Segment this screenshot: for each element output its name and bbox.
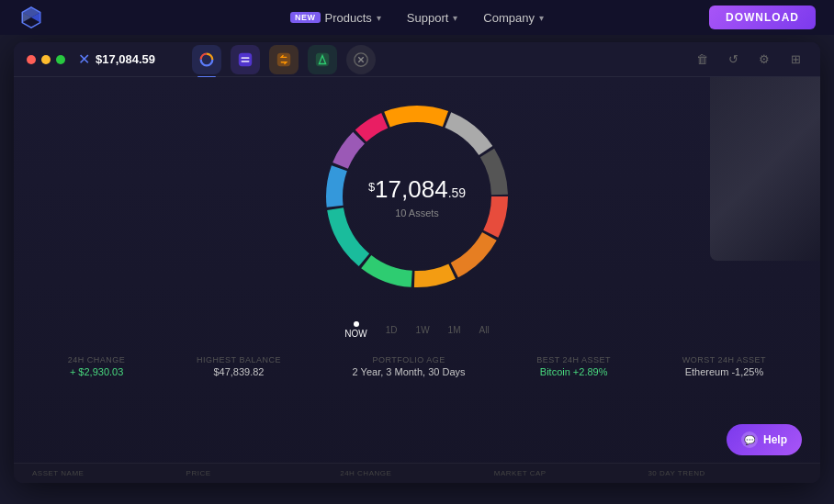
portfolio-balance: $17,084.59 <box>96 52 155 66</box>
tool-icons: 🗑 ↺ ⚙ ⊞ <box>690 48 807 72</box>
company-chevron-icon: ▾ <box>539 13 544 23</box>
help-button[interactable]: 💬 Help <box>727 424 802 455</box>
amount-main: 17,084 <box>375 175 448 203</box>
th-market-cap: MARKET CAP <box>494 469 648 477</box>
time-now[interactable]: NOW <box>344 321 366 339</box>
portfolio-amount: $17,084.59 <box>368 175 466 204</box>
stat-portfolio-age: Portfolio Age 2 Year, 3 Month, 30 Days <box>353 355 466 377</box>
time-now-label: NOW <box>344 329 366 339</box>
stat-24h-change-label: 24h Change <box>68 355 126 364</box>
stat-portfolio-age-label: Portfolio Age <box>353 355 466 364</box>
time-all[interactable]: All <box>479 325 490 335</box>
nav-support-label: Support <box>407 11 449 25</box>
stat-24h-change-value: + $2,930.03 <box>68 366 126 377</box>
close-icon[interactable] <box>27 55 36 64</box>
tab-staking[interactable] <box>308 45 337 74</box>
tab-exchange[interactable] <box>231 45 260 74</box>
traffic-lights <box>27 55 65 64</box>
grid-icon[interactable]: ⊞ <box>783 48 807 72</box>
amount-decimal: .59 <box>448 185 466 200</box>
new-badge: NEW <box>290 12 321 23</box>
assets-count: 10 Assets <box>368 207 466 218</box>
stat-best-asset: Best 24H Asset Bitcoin +2.89% <box>536 355 611 377</box>
tab-portfolio[interactable] <box>192 45 221 74</box>
maximize-icon[interactable] <box>56 55 65 64</box>
navbar: NEW Products ▾ Support ▾ Company ▾ DOWNL… <box>0 0 834 35</box>
time-selector: NOW 1D 1W 1M All <box>344 321 489 339</box>
th-asset-name: ASSET NAME <box>32 469 186 477</box>
minimize-icon[interactable] <box>41 55 51 64</box>
stat-highest-balance-label: Highest Balance <box>197 355 281 364</box>
svg-rect-5 <box>242 60 250 62</box>
svg-rect-3 <box>239 52 252 65</box>
nav-company[interactable]: Company ▾ <box>474 7 553 28</box>
donut-center: $17,084.59 10 Assets <box>368 175 466 218</box>
th-price: PRICE <box>186 469 341 477</box>
svg-rect-6 <box>277 52 290 65</box>
app-logo-icon: ✕ <box>78 50 90 68</box>
chat-icon: 💬 <box>741 431 758 448</box>
nav-support[interactable]: Support ▾ <box>398 7 468 28</box>
background-decoration <box>710 77 820 261</box>
donut-chart: $17,084.59 10 Assets <box>307 86 527 307</box>
stat-highest-balance: Highest Balance $47,839.82 <box>197 355 281 377</box>
history-icon[interactable]: ↺ <box>721 48 745 72</box>
help-label: Help <box>763 433 787 446</box>
nav-company-label: Company <box>483 11 535 25</box>
main-content: $17,084.59 10 Assets NOW 1D 1W 1M All 2 <box>14 77 820 483</box>
time-dot-icon <box>354 321 359 327</box>
stat-best-asset-label: Best 24H Asset <box>536 355 611 364</box>
stat-worst-asset: Worst 24H Asset Ethereum -1,25% <box>682 355 766 377</box>
th-30day-trend: 30 DAY TREND <box>648 469 802 477</box>
logo <box>18 5 44 30</box>
chart-area: $17,084.59 10 Assets NOW 1D 1W 1M All <box>307 86 527 339</box>
support-chevron-icon: ▾ <box>453 13 457 23</box>
settings-icon[interactable]: ⚙ <box>752 48 776 72</box>
tab-transfer[interactable] <box>269 45 299 74</box>
tab-navigation <box>192 45 376 74</box>
stats-row: 24h Change + $2,930.03 Highest Balance $… <box>14 346 820 386</box>
stat-24h-change: 24h Change + $2,930.03 <box>68 355 126 377</box>
nav-products-label: Products <box>325 11 372 25</box>
products-chevron-icon: ▾ <box>377 13 381 23</box>
nav-products[interactable]: NEW Products ▾ <box>281 7 390 28</box>
stat-highest-balance-value: $47,839.82 <box>197 366 281 377</box>
title-bar: ✕ $17,084.59 <box>14 42 820 77</box>
delete-icon[interactable]: 🗑 <box>690 48 714 72</box>
time-1w[interactable]: 1W <box>416 325 430 335</box>
stat-worst-asset-label: Worst 24H Asset <box>682 355 766 364</box>
th-24h-change: 24H CHANGE <box>340 469 494 477</box>
stat-worst-asset-value: Ethereum -1,25% <box>682 366 766 377</box>
time-1m[interactable]: 1M <box>448 325 461 335</box>
app-window: ✕ $17,084.59 <box>14 42 820 483</box>
stat-portfolio-age-value: 2 Year, 3 Month, 30 Days <box>353 366 466 377</box>
time-1d[interactable]: 1D <box>386 325 398 335</box>
nav-center: NEW Products ▾ Support ▾ Company ▾ <box>281 7 553 28</box>
stat-best-asset-value: Bitcoin +2.89% <box>536 366 611 377</box>
tab-x[interactable] <box>346 45 376 74</box>
svg-rect-4 <box>242 57 250 59</box>
download-button[interactable]: DOWNLOAD <box>709 6 816 29</box>
table-header: ASSET NAME PRICE 24H CHANGE MARKET CAP 3… <box>14 463 820 483</box>
